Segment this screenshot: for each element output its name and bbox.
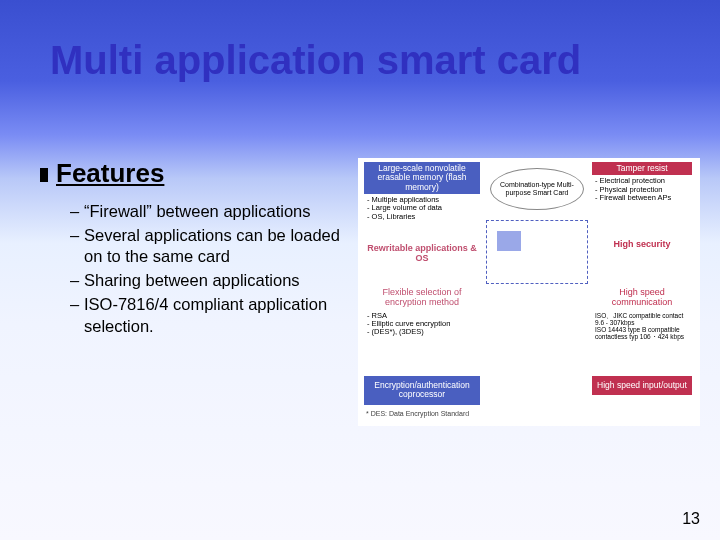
features-heading-text: Features (56, 158, 164, 188)
diagram-box-head: High security (592, 236, 692, 254)
bullet-square-icon (40, 168, 48, 182)
feature-item: Several applications can be loaded on to… (70, 225, 350, 267)
features-heading: Features (40, 158, 350, 189)
diagram-box-head: Encryption/authentication coprocessor (364, 376, 480, 405)
diagram-box-body: - Electrical protection - Physical prote… (592, 175, 692, 204)
chip-icon (486, 220, 588, 284)
page-number: 13 (682, 510, 700, 528)
diagram-box-flash-memory: Large-scale nonvolatile erasable memory … (364, 162, 480, 223)
feature-item: Sharing between applications (70, 270, 350, 291)
diagram-box-encryption-method: Flexible selection of encryption method … (364, 286, 480, 339)
diagram-footnote: * DES: Data Encryption Standard (366, 410, 469, 417)
diagram-box-head: High speed input/output (592, 376, 692, 395)
diagram-box-head: Tamper resist (592, 162, 692, 175)
diagram-box-head: Large-scale nonvolatile erasable memory … (364, 162, 480, 194)
diagram-oval-center: Combination-type Multi-purpose Smart Car… (490, 168, 584, 210)
diagram-box-head: Rewritable applications & OS (364, 240, 480, 268)
slide-title: Multi application smart card (50, 38, 581, 83)
diagram-box-tamper: Tamper resist - Electrical protection - … (592, 162, 692, 204)
feature-item: “Firewall” between applications (70, 201, 350, 222)
diagram-box-head: Flexible selection of encryption method (364, 286, 480, 310)
diagram-box-body: - Multiple applications - Large volume o… (364, 194, 480, 223)
features-list: “Firewall” between applications Several … (40, 201, 350, 337)
diagram-box-high-security: High security (592, 236, 692, 254)
content-left: Features “Firewall” between applications… (40, 158, 350, 340)
slide: Multi application smart card Features “F… (0, 0, 720, 540)
diagram-box-high-speed-io: High speed input/output (592, 376, 692, 395)
diagram-box-high-speed-comm: High speed communication ISO、JIKC compat… (592, 286, 692, 342)
diagram-box-head: High speed communication (592, 286, 692, 310)
diagram-box-body: ISO、JIKC compatible contact 9.6 - 307kbp… (592, 310, 692, 343)
diagram-oval-label: Combination-type Multi-purpose Smart Car… (491, 181, 583, 196)
diagram-box-rewritable: Rewritable applications & OS (364, 236, 480, 268)
diagram-box-coprocessor: Encryption/authentication coprocessor (364, 376, 480, 405)
feature-item: ISO-7816/4 compliant application selecti… (70, 294, 350, 336)
diagram-box-body: - RSA - Elliptic curve encryption - (DES… (364, 310, 480, 339)
chip-die-icon (497, 231, 521, 251)
diagram: Large-scale nonvolatile erasable memory … (358, 158, 700, 426)
